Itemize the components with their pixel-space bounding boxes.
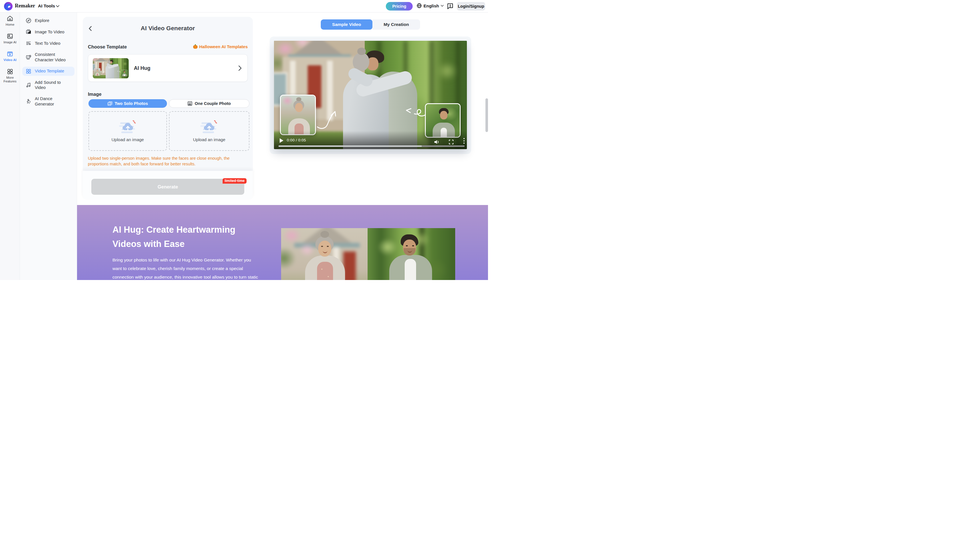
sidebar-item-image-ai[interactable]: Image AI — [0, 30, 20, 48]
brand-name: Remaker — [15, 3, 35, 9]
nav-ai-tools[interactable]: AI Tools — [38, 3, 55, 8]
template-thumbnail — [93, 58, 129, 78]
upload-label: Upload an image — [193, 137, 225, 142]
video-ai-icon — [7, 50, 13, 57]
page-scrollbar[interactable] — [485, 98, 488, 132]
remaker-logo-icon[interactable] — [4, 2, 13, 10]
tab-my-creation[interactable]: My Creation — [373, 19, 420, 30]
login-signup-button[interactable]: Login/Signup — [457, 2, 485, 10]
couple-photo-icon — [187, 101, 192, 106]
sidebar-item-label: More Features — [0, 76, 20, 83]
chevron-right-icon — [238, 65, 242, 71]
menu-item-explore[interactable]: Explore — [22, 16, 75, 25]
upload-warning-text: Upload two single-person images. Make su… — [88, 155, 246, 167]
primary-sidebar: Home Image AI Video AI More Features — [0, 13, 20, 280]
chevron-down-icon[interactable] — [56, 5, 59, 7]
menu-item-ai-dance-generator[interactable]: AI Dance Generator — [22, 94, 75, 108]
halloween-templates-link[interactable]: Halloween AI Templates — [193, 44, 248, 49]
text-to-video-icon — [26, 40, 32, 46]
image-to-video-icon — [26, 29, 32, 35]
menu-item-image-to-video[interactable]: Image To Video — [22, 27, 75, 37]
volume-icon[interactable] — [434, 140, 440, 145]
sidebar-item-label: Image AI — [3, 40, 16, 44]
grid-icon — [7, 68, 13, 75]
chevron-down-icon — [441, 5, 444, 7]
halloween-link-label: Halloween AI Templates — [199, 44, 248, 49]
video-ai-menu: Explore Image To Video Text To Video Con… — [20, 13, 77, 280]
template-name: AI Hug — [134, 55, 150, 82]
two-photos-icon — [108, 102, 112, 106]
video-progress-bar[interactable] — [279, 145, 465, 147]
image-ai-icon — [7, 33, 13, 40]
upload-cloud-icon — [200, 120, 219, 135]
hero-title: AI Hug: Create Heartwarming Videos with … — [112, 223, 261, 251]
sidebar-item-label: Home — [6, 23, 15, 27]
character-video-icon — [26, 55, 32, 60]
sample-video-container: 0:00 / 0:05 — [270, 37, 471, 154]
upload-image-dropzone-2[interactable]: Upload an image — [169, 111, 249, 151]
upload-label: Upload an image — [112, 137, 144, 142]
sidebar-item-label: Video AI — [3, 58, 16, 62]
two-solo-photos-label: Two Solo Photos — [115, 101, 148, 106]
menu-item-label: Video Template — [35, 68, 71, 74]
menu-item-label: Explore — [35, 18, 71, 23]
one-couple-photo-button[interactable]: One Couple Photo — [169, 99, 249, 108]
top-header: Remaker AI Tools Pricing English Login/S… — [0, 0, 488, 13]
page: Remaker AI Tools Pricing English Login/S… — [0, 0, 488, 280]
generator-footer: Generate limited-time — [83, 171, 253, 200]
menu-item-label: Text To Video — [35, 41, 71, 46]
image-section-label: Image — [88, 92, 102, 97]
hero-photo-man — [368, 228, 455, 280]
pricing-button[interactable]: Pricing — [386, 2, 413, 10]
sample-video-player[interactable]: 0:00 / 0:05 — [274, 41, 467, 149]
more-options-icon[interactable] — [463, 138, 465, 145]
menu-item-label: AI Dance Generator — [35, 96, 71, 107]
generate-button[interactable]: Generate — [91, 179, 244, 195]
home-icon — [7, 15, 13, 22]
preview-tabs: Sample Video My Creation — [321, 19, 420, 30]
menu-item-video-template[interactable]: Video Template — [22, 67, 75, 76]
template-card-ai-hug[interactable]: AI Hug — [88, 54, 248, 82]
menu-item-label: Consistent Character Video — [35, 52, 71, 63]
language-selector[interactable]: English — [417, 3, 444, 8]
panel-title: AI Video Generator — [83, 25, 253, 32]
sidebar-item-video-ai[interactable]: Video AI — [0, 48, 20, 66]
video-time: 0:00 / 0:05 — [287, 138, 306, 142]
menu-item-consistent-character-video[interactable]: Consistent Character Video — [22, 50, 75, 65]
limited-time-badge: limited-time — [222, 178, 247, 183]
hero-paragraph: Bring your photos to life with our AI Hu… — [112, 256, 259, 280]
menu-item-text-to-video[interactable]: Text To Video — [22, 39, 75, 48]
feedback-icon[interactable] — [446, 3, 454, 10]
one-couple-photo-label: One Couple Photo — [195, 101, 231, 106]
sidebar-item-more-features[interactable]: More Features — [0, 66, 20, 83]
ai-video-generator-panel: AI Video Generator Choose Template Hallo… — [83, 17, 253, 200]
ai-hug-hero-section: AI Hug: Create Heartwarming Videos with … — [77, 205, 488, 280]
hero-photo-woman — [281, 228, 368, 280]
music-note-icon — [26, 82, 32, 88]
menu-item-add-sound-to-video[interactable]: Add Sound to Video — [22, 78, 75, 92]
dancer-icon — [26, 99, 32, 104]
sidebar-item-home[interactable]: Home — [0, 13, 20, 30]
tab-sample-video[interactable]: Sample Video — [321, 19, 373, 30]
upload-image-dropzone-1[interactable]: Upload an image — [89, 111, 167, 151]
language-label: English — [423, 3, 439, 8]
play-button[interactable] — [280, 138, 283, 143]
choose-template-label: Choose Template — [88, 44, 127, 50]
globe-icon — [417, 3, 422, 8]
two-solo-photos-button[interactable]: Two Solo Photos — [89, 99, 167, 108]
compass-icon — [26, 18, 32, 23]
upload-cloud-icon — [119, 120, 137, 135]
template-grid-icon — [26, 68, 32, 74]
menu-item-label: Image To Video — [35, 29, 71, 35]
menu-item-label: Add Sound to Video — [35, 80, 71, 91]
fullscreen-icon[interactable] — [449, 140, 454, 145]
pumpkin-icon — [193, 45, 197, 49]
